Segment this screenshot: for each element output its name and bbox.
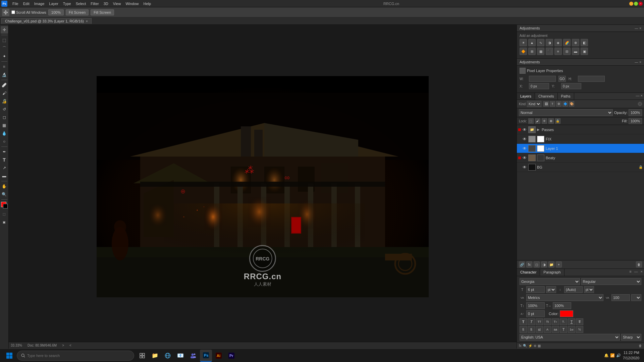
char-close[interactable]: × xyxy=(639,269,644,276)
adj-curves[interactable]: ∿ xyxy=(537,39,544,46)
adj-threshold[interactable]: ⊟ xyxy=(563,48,571,55)
type-tool[interactable]: T xyxy=(1,156,8,164)
lock-position[interactable]: ✛ xyxy=(542,118,547,124)
layer-bg[interactable]: 👁 BG 🔒 xyxy=(517,163,644,172)
mail-btn[interactable]: 📧 xyxy=(174,350,186,362)
layer-beaty[interactable]: 👁 Beaty xyxy=(517,153,644,163)
lock-pixels[interactable]: 🖌 xyxy=(535,118,540,124)
h-input[interactable] xyxy=(578,76,605,82)
text-color-swatch[interactable] xyxy=(560,310,573,317)
fmt-smallcaps[interactable]: Tt xyxy=(544,318,551,325)
start-button[interactable] xyxy=(2,350,17,362)
search-input[interactable] xyxy=(27,354,130,358)
font-style-select[interactable]: Regular xyxy=(581,278,642,285)
menu-3d[interactable]: 3D xyxy=(101,1,111,6)
lock-artboard[interactable]: ⊠ xyxy=(548,118,554,124)
filter-icon-2[interactable]: T xyxy=(550,101,555,107)
crop-tool[interactable]: ⌗ xyxy=(1,63,8,70)
font-size-unit[interactable]: pt xyxy=(546,286,556,293)
layer-kind-select[interactable]: Kind xyxy=(527,101,541,107)
adj-gradient-map[interactable]: ▬ xyxy=(572,48,579,55)
quick-select-tool[interactable]: ✦ xyxy=(1,53,8,60)
quick-mask[interactable]: ⬚ xyxy=(1,210,8,218)
adj-black-white[interactable]: ◧ xyxy=(581,39,588,46)
x-input[interactable] xyxy=(529,83,549,89)
fmt-allcaps[interactable]: TT xyxy=(536,318,543,325)
path-tool[interactable]: ↗ xyxy=(1,164,8,172)
filter-toggle[interactable] xyxy=(638,102,642,106)
new-layer-btn[interactable]: + xyxy=(556,261,562,267)
adj-photo-filter[interactable]: 🔶 xyxy=(520,48,527,55)
menu-help[interactable]: Help xyxy=(141,1,154,6)
group-layers-btn[interactable]: 📁 xyxy=(548,261,554,267)
char-bottom-icon3[interactable]: ⚡ xyxy=(528,344,532,348)
tracking-unit[interactable] xyxy=(631,294,641,301)
gradient-tool[interactable]: ▦ xyxy=(1,122,8,129)
menu-layer[interactable]: Layer xyxy=(47,1,61,6)
fmt-sub[interactable]: T- xyxy=(560,318,567,325)
window-minimize[interactable]: — xyxy=(629,2,633,6)
history-brush[interactable]: ↺ xyxy=(1,106,8,113)
fmt-bold[interactable]: T xyxy=(520,318,527,325)
adj-selective-color[interactable]: ▣ xyxy=(581,48,588,55)
illustrator-btn[interactable]: Ai xyxy=(213,350,225,362)
kerning-select[interactable]: Metrics xyxy=(526,294,603,301)
window-maximize[interactable]: □ xyxy=(634,2,638,6)
fmt-frac[interactable]: ½ xyxy=(576,326,583,333)
layer-style-btn[interactable]: fx xyxy=(526,261,532,267)
document-tab[interactable]: Challenge_v01.psd @ 33.3% (Layer 1, RGB/… xyxy=(1,18,92,24)
fmt-strikethrough[interactable]: T xyxy=(576,318,583,325)
link-layers-btn[interactable]: 🔗 xyxy=(519,261,525,267)
y-input[interactable] xyxy=(561,83,581,89)
tab-paths[interactable]: Paths xyxy=(558,93,574,100)
scroll-all-checkbox[interactable]: Scroll All Windows xyxy=(11,10,46,14)
stamp-tool[interactable]: 🔏 xyxy=(1,98,8,105)
search-bar[interactable] xyxy=(17,351,134,361)
lock-all[interactable]: 🔒 xyxy=(555,118,560,124)
adjustments-collapse[interactable]: — xyxy=(635,26,638,30)
char-bottom-icon5[interactable]: ▦ xyxy=(538,344,541,348)
filter-icon-4[interactable]: 🔷 xyxy=(562,101,568,107)
layer-mask-btn[interactable]: ◻ xyxy=(534,261,540,267)
tray-notification[interactable]: 🔔 xyxy=(604,353,609,358)
blur-tool[interactable]: 💧 xyxy=(1,130,8,137)
char-bottom-icon6[interactable]: 🗑 xyxy=(639,344,642,348)
char-collapse[interactable]: — xyxy=(633,269,639,276)
adj-brightness-contrast[interactable]: ☀ xyxy=(520,39,527,46)
font-size-input[interactable] xyxy=(526,286,545,293)
fmt-fi[interactable]: fi xyxy=(520,326,527,333)
properties-header[interactable]: Adjustments — × xyxy=(517,59,644,66)
shape-tool[interactable]: ▬ xyxy=(1,172,8,180)
char-bottom-icon1[interactable]: fx xyxy=(519,344,522,348)
canvas-image[interactable]: ⁂ ∞ ⊕ xyxy=(97,76,429,297)
window-close[interactable]: × xyxy=(639,2,643,6)
layers-collapse[interactable]: — xyxy=(636,94,640,99)
char-bottom-icon2[interactable]: 🔍 xyxy=(523,344,527,348)
properties-collapse[interactable]: — xyxy=(635,60,638,64)
fmt-aa[interactable]: A xyxy=(544,326,551,333)
fmt-fi2[interactable]: ﬁ xyxy=(528,326,535,333)
hand-tool[interactable]: ✋ xyxy=(1,183,8,190)
tab-close[interactable]: × xyxy=(86,19,88,23)
fmt-st[interactable]: st xyxy=(536,326,543,333)
tab-paragraph[interactable]: Paragraph xyxy=(540,269,564,276)
fit-screen-btn[interactable]: Fit Screen xyxy=(66,9,89,15)
eyedropper-tool[interactable]: 🔬 xyxy=(1,71,8,78)
teams-btn[interactable] xyxy=(187,350,199,362)
layer-visibility-bg[interactable]: 👁 xyxy=(522,165,527,170)
layer-visibility-beaty[interactable]: 👁 xyxy=(522,156,527,160)
canvas-area[interactable]: ⁂ ∞ ⊕ xyxy=(9,25,517,349)
adj-hue-saturation[interactable]: 🌈 xyxy=(563,39,571,46)
fmt-t[interactable]: T xyxy=(560,326,567,333)
sharp-select[interactable]: Sharp xyxy=(621,334,641,341)
background-color[interactable] xyxy=(3,204,8,208)
tab-channels[interactable]: Channels xyxy=(535,93,557,100)
fmt-italic[interactable]: T xyxy=(528,318,535,325)
adjustment-layer-btn[interactable]: ◑ xyxy=(541,261,547,267)
layer-1[interactable]: 👁 Layer 1 xyxy=(517,144,644,153)
tracking-input[interactable] xyxy=(611,294,630,301)
zoom-100-btn[interactable]: 100% xyxy=(48,9,64,15)
tab-layers[interactable]: Layers xyxy=(517,93,535,100)
brush-tool[interactable]: 🖌 xyxy=(1,89,8,97)
adj-color-balance[interactable]: ⊕ xyxy=(572,39,579,46)
